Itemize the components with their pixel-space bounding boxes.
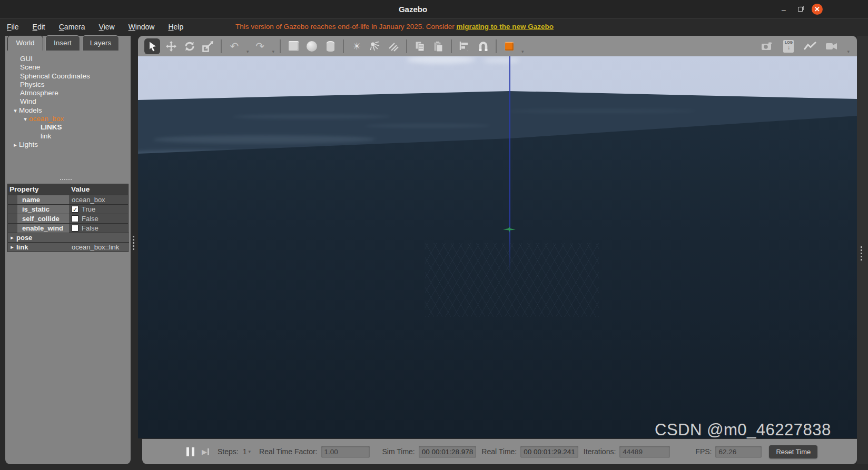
scale-tool-button[interactable] — [201, 39, 215, 54]
panel-tab-bar: World Insert Layers — [5, 35, 142, 51]
expand-closed-icon[interactable]: ▸ — [8, 233, 16, 242]
restore-icon — [798, 7, 803, 12]
expand-closed-icon[interactable]: ▸ — [8, 243, 16, 252]
title-bar: Gazebo – ✕ — [0, 0, 868, 19]
iterations-label: Iterations: — [584, 447, 616, 456]
left-splitter-handle[interactable] — [133, 236, 134, 250]
toolbar-separator — [343, 39, 344, 53]
record-dropdown-caret[interactable]: ▾ — [847, 49, 850, 56]
tab-layers[interactable]: Layers — [82, 35, 119, 51]
reset-time-button[interactable]: Reset Time — [769, 445, 817, 458]
eol-migrate-link[interactable]: migrating to the new Gazebo — [456, 23, 554, 31]
menu-help[interactable]: Help — [161, 23, 190, 31]
eol-warning: This version of Gazebo reaches end-of-li… — [235, 19, 554, 34]
insert-box-button[interactable] — [286, 39, 301, 54]
restore-button[interactable] — [795, 4, 806, 15]
insert-cylinder-button[interactable] — [323, 39, 338, 54]
sun-icon: ☀ — [352, 42, 361, 51]
tree-item-scene[interactable]: Scene — [5, 63, 131, 72]
data-logger-button[interactable]: LOG ↓ — [781, 39, 796, 54]
tree-item-gui[interactable]: GUI — [5, 55, 131, 63]
minimize-button[interactable]: – — [778, 4, 789, 15]
menu-window[interactable]: Window — [122, 23, 162, 31]
menu-view[interactable]: View — [92, 23, 122, 31]
snap-button[interactable] — [476, 39, 490, 54]
directional-light-button[interactable] — [386, 39, 401, 54]
cursor-icon — [146, 40, 159, 53]
copy-button[interactable] — [412, 39, 427, 54]
point-light-button[interactable]: ☀ — [349, 39, 364, 54]
menu-bar: File Edit Camera View Window Help This v… — [0, 19, 868, 34]
rotate-tool-button[interactable] — [182, 39, 197, 54]
property-table-header: Property Value — [8, 184, 128, 195]
insert-sphere-button[interactable] — [304, 39, 319, 54]
screenshot-button[interactable] — [760, 39, 774, 54]
right-splitter-handle[interactable] — [861, 246, 862, 261]
align-icon — [458, 40, 471, 53]
tree-item-atmosphere[interactable]: Atmosphere — [5, 89, 131, 97]
checkbox-unchecked[interactable] — [72, 215, 78, 222]
undo-dropdown-caret[interactable]: ▾ — [246, 49, 249, 56]
tree-item-spherical[interactable]: Spherical Coordinates — [5, 72, 131, 81]
menu-edit[interactable]: Edit — [26, 23, 52, 31]
tree-item-link[interactable]: link — [5, 132, 131, 141]
view-angle-button[interactable] — [502, 39, 517, 54]
table-row-name[interactable]: name ocean_box — [8, 195, 128, 204]
sphere-icon — [307, 41, 317, 52]
down-arrow-icon: ↓ — [783, 45, 794, 50]
plot-button[interactable] — [803, 39, 817, 54]
align-button[interactable] — [457, 39, 472, 54]
table-row-pose[interactable]: ▸ pose — [8, 233, 129, 242]
steps-dropdown-caret[interactable]: ▾ — [249, 449, 251, 454]
panel-splitter-handle[interactable] — [60, 179, 76, 182]
expand-open-icon[interactable]: ▾ — [22, 115, 29, 123]
column-header-property: Property — [8, 184, 69, 195]
view-cube-icon — [505, 42, 514, 51]
view-angle-dropdown-caret[interactable]: ▾ — [521, 49, 524, 56]
spot-light-button[interactable] — [368, 39, 382, 54]
tab-insert[interactable]: Insert — [45, 35, 80, 51]
tree-item-lights[interactable]: ▸Lights — [5, 141, 131, 149]
tree-item-wind[interactable]: Wind — [5, 97, 131, 106]
menu-file[interactable]: File — [0, 23, 26, 31]
redo-button[interactable]: ↷ — [253, 39, 268, 54]
plot-icon — [803, 41, 817, 52]
sim-time-field: 00 00:01:28.978 — [419, 446, 477, 458]
undo-button[interactable]: ↶ — [227, 39, 242, 54]
table-row-self-collide[interactable]: self_collide False — [8, 214, 128, 223]
toolbar-right-group: LOG ↓ ▾ — [760, 36, 850, 56]
tree-item-ocean-box[interactable]: ▾ocean_box — [5, 115, 131, 123]
paste-button[interactable] — [431, 39, 446, 54]
step-button[interactable]: ▶ — [202, 448, 209, 455]
expand-open-icon[interactable]: ▾ — [12, 106, 19, 115]
simulation-status-bar: ▶ Steps: 1 ▾ Real Time Factor: 1.00 Sim … — [142, 439, 857, 464]
close-button[interactable]: ✕ — [812, 4, 823, 15]
checkbox-checked[interactable]: ✓ — [72, 206, 78, 213]
tree-item-models[interactable]: ▾Models — [5, 106, 131, 115]
menu-camera[interactable]: Camera — [52, 23, 92, 31]
row-gutter — [8, 205, 17, 214]
expand-closed-icon[interactable]: ▸ — [12, 141, 19, 149]
steps-spinner[interactable]: 1 — [243, 447, 247, 456]
checkbox-unchecked[interactable] — [72, 225, 78, 232]
tree-item-physics[interactable]: Physics — [5, 81, 131, 89]
redo-dropdown-caret[interactable]: ▾ — [272, 49, 275, 56]
select-tool-button[interactable] — [144, 38, 160, 54]
rtf-field[interactable]: 1.00 — [321, 446, 370, 458]
record-video-button[interactable] — [824, 39, 839, 54]
scale-icon — [201, 39, 215, 53]
table-row-is-static[interactable]: is_static ✓True — [8, 204, 128, 214]
tab-world[interactable]: World — [7, 35, 43, 51]
property-value: False — [69, 224, 128, 233]
pause-button[interactable] — [186, 447, 194, 456]
render-canvas[interactable] — [138, 56, 857, 438]
box-icon — [289, 41, 299, 51]
translate-tool-button[interactable] — [164, 39, 179, 54]
log-icon: LOG ↓ — [783, 40, 794, 53]
rotate-icon — [183, 39, 196, 53]
tree-item-links[interactable]: LINKS — [5, 123, 131, 132]
table-row-enable-wind[interactable]: enable_wind False — [8, 223, 128, 233]
tree-item-label: ocean_box — [29, 115, 64, 123]
render-toolbar: ↶ ▾ ↷ ▾ ☀ — [138, 36, 857, 56]
table-row-link[interactable]: ▸ link ocean_box::link — [8, 242, 129, 252]
